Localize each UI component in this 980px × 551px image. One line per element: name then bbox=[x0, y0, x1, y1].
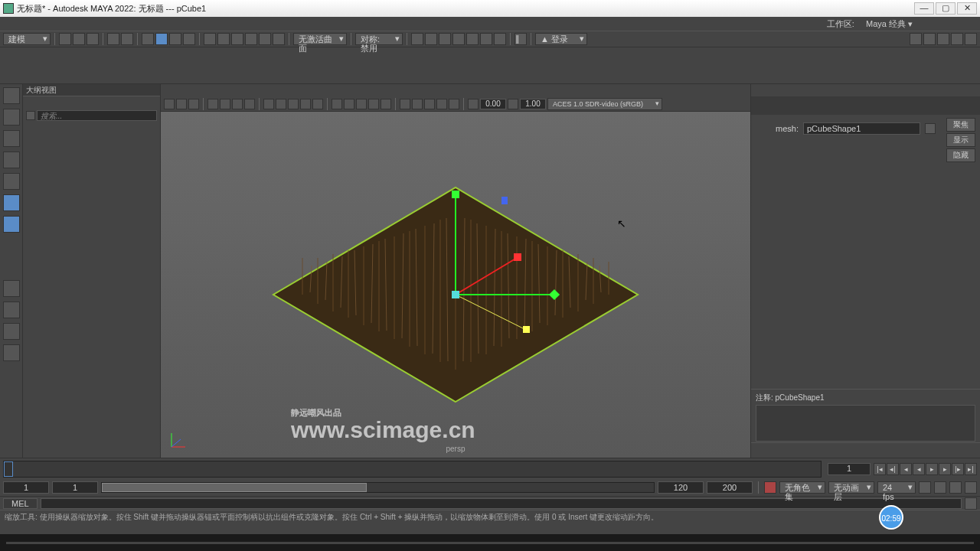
step-fwd-button[interactable]: |▸ bbox=[952, 463, 964, 475]
move-tool[interactable] bbox=[3, 152, 20, 168]
video-controls[interactable] bbox=[0, 534, 980, 551]
vp-lights-button[interactable] bbox=[300, 99, 311, 109]
save-scene-button[interactable] bbox=[87, 33, 99, 45]
panel-layout-5[interactable] bbox=[965, 33, 977, 45]
render-button-2[interactable] bbox=[425, 33, 437, 45]
scale-tool[interactable] bbox=[3, 194, 20, 211]
render-button-3[interactable] bbox=[439, 33, 451, 45]
snap-point-button[interactable] bbox=[183, 33, 195, 45]
history-button[interactable] bbox=[204, 33, 216, 45]
mesh-name-field[interactable] bbox=[803, 122, 920, 135]
render-button-1[interactable] bbox=[411, 33, 423, 45]
fps-dropdown[interactable]: 24 fps bbox=[877, 481, 916, 494]
history-button-4[interactable] bbox=[245, 33, 257, 45]
viewport-3d[interactable]: 静远嘲风出品 www.scimage.cn persp bbox=[161, 112, 750, 458]
snap-curve-button[interactable] bbox=[169, 33, 181, 45]
maximize-button[interactable]: ▢ bbox=[936, 2, 956, 15]
play-back-button[interactable]: ◂ bbox=[913, 463, 925, 475]
single-view-button[interactable] bbox=[3, 280, 20, 297]
script-lang-dropdown[interactable]: MEL bbox=[3, 498, 38, 509]
minimize-button[interactable]: — bbox=[914, 2, 934, 15]
outliner-filter-icon[interactable] bbox=[26, 111, 35, 120]
vp-extra-2[interactable] bbox=[412, 99, 423, 109]
lasso-tool[interactable] bbox=[3, 109, 20, 126]
range-pref-2[interactable] bbox=[934, 481, 946, 494]
range-start-field[interactable] bbox=[52, 481, 98, 494]
rotate-tool[interactable] bbox=[3, 173, 20, 190]
render-button-5[interactable] bbox=[466, 33, 479, 45]
vp-exposure-icon[interactable] bbox=[468, 99, 479, 109]
range-end-field[interactable] bbox=[658, 481, 704, 494]
vp-gate-mask-button[interactable] bbox=[244, 99, 255, 109]
vp-textured-button[interactable] bbox=[288, 99, 299, 109]
symmetry-dropdown[interactable]: 对称: 禁用 bbox=[355, 33, 403, 45]
close-button[interactable]: ✕ bbox=[957, 2, 977, 15]
panel-layout-2[interactable] bbox=[923, 33, 936, 45]
time-track[interactable] bbox=[3, 461, 822, 478]
redo-button[interactable] bbox=[121, 33, 133, 45]
pause-button[interactable]: ‖ bbox=[514, 33, 527, 45]
live-surface-dropdown[interactable]: 无激活曲面 bbox=[293, 33, 347, 45]
vp-res-gate-button[interactable] bbox=[232, 99, 243, 109]
render-button-7[interactable] bbox=[494, 33, 506, 45]
animlayer-dropdown[interactable]: 无动画层 bbox=[828, 481, 874, 494]
play-fwd-button[interactable]: ▸ bbox=[926, 463, 938, 475]
go-start-button[interactable]: |◂ bbox=[874, 463, 886, 475]
colorspace-dropdown[interactable]: ACES 1.0 SDR-video (sRGB) bbox=[547, 98, 662, 110]
select-mode-button[interactable] bbox=[142, 33, 154, 45]
account-dropdown[interactable]: ▲ 登录 bbox=[535, 33, 587, 45]
hide-button[interactable]: 隐藏 bbox=[946, 148, 975, 162]
prefs-icon[interactable] bbox=[965, 481, 977, 494]
vp-extra-5[interactable] bbox=[449, 99, 459, 109]
time-cursor[interactable] bbox=[4, 461, 13, 477]
vp-isolate-button[interactable] bbox=[344, 99, 354, 109]
vp-motion-blur-button[interactable] bbox=[368, 99, 379, 109]
outliner-view-button[interactable] bbox=[3, 323, 20, 340]
vp-xray-button[interactable] bbox=[332, 99, 342, 109]
open-scene-button[interactable] bbox=[73, 33, 85, 45]
autokey-button[interactable] bbox=[764, 481, 776, 494]
focus-button[interactable]: 聚焦 bbox=[946, 118, 975, 132]
mesh-focus-icon[interactable] bbox=[925, 123, 936, 134]
outliner-tree[interactable] bbox=[23, 122, 160, 458]
vp-extra-4[interactable] bbox=[436, 99, 447, 109]
panel-layout-3[interactable] bbox=[937, 33, 949, 45]
show-button[interactable]: 显示 bbox=[946, 133, 975, 147]
history-button-5[interactable] bbox=[259, 33, 271, 45]
vp-extra-3[interactable] bbox=[424, 99, 435, 109]
snap-grid-button[interactable] bbox=[155, 33, 168, 45]
vp-shadows-button[interactable] bbox=[312, 99, 323, 109]
vp-film-gate-button[interactable] bbox=[220, 99, 230, 109]
vp-ao-button[interactable] bbox=[356, 99, 367, 109]
undo-button[interactable] bbox=[107, 33, 119, 45]
anim-start-field[interactable] bbox=[3, 481, 49, 494]
panel-layout-1[interactable] bbox=[910, 33, 922, 45]
range-handle[interactable] bbox=[102, 483, 367, 492]
attr-sections[interactable] bbox=[751, 165, 980, 389]
vp-grid-button[interactable] bbox=[207, 99, 218, 109]
key-fwd-button[interactable]: ▸ bbox=[939, 463, 951, 475]
vp-gamma-field[interactable] bbox=[520, 99, 546, 109]
charset-dropdown[interactable]: 无角色集 bbox=[779, 481, 825, 494]
sound-icon[interactable] bbox=[949, 481, 962, 494]
four-view-button[interactable] bbox=[3, 302, 20, 318]
history-button-6[interactable] bbox=[273, 33, 285, 45]
vp-shaded-button[interactable] bbox=[276, 99, 286, 109]
vp-select-button[interactable] bbox=[164, 99, 175, 109]
last-tool[interactable] bbox=[3, 216, 20, 233]
outliner-search[interactable]: 搜索... bbox=[37, 110, 157, 121]
history-button-2[interactable] bbox=[217, 33, 230, 45]
vp-gamma-icon[interactable] bbox=[508, 99, 518, 109]
script-editor-button[interactable] bbox=[965, 497, 977, 510]
go-end-button[interactable]: ▸| bbox=[965, 463, 977, 475]
vp-bookmark-button[interactable] bbox=[188, 99, 199, 109]
panel-layout-4[interactable] bbox=[951, 33, 963, 45]
workspace-selector[interactable]: 工作区: Maya 经典 ▾ bbox=[818, 18, 978, 30]
current-frame-field[interactable]: 1 bbox=[828, 463, 871, 475]
vp-extra-1[interactable] bbox=[400, 99, 410, 109]
time-slider[interactable]: 1 |◂ ◂| ◂ ◂ ▸ ▸ |▸ ▸| bbox=[0, 458, 980, 479]
vp-cam-button[interactable] bbox=[176, 99, 187, 109]
render-button-6[interactable] bbox=[480, 33, 492, 45]
key-back-button[interactable]: ◂ bbox=[900, 463, 912, 475]
range-track[interactable] bbox=[101, 482, 655, 493]
